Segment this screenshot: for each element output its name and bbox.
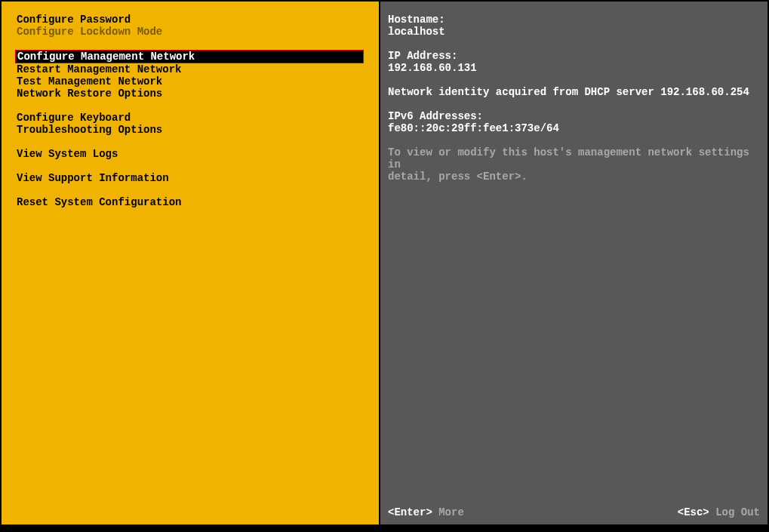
esc-label: Log Out: [715, 506, 760, 518]
menu-selected-highlight: Configure Management Network: [15, 50, 364, 63]
enter-label: More: [438, 506, 464, 518]
menu-view-system-logs[interactable]: View System Logs: [17, 148, 379, 160]
ip-label: IP Address:: [388, 50, 760, 62]
menu-reset-system-configuration[interactable]: Reset System Configuration: [17, 196, 379, 208]
menu-restart-management-network[interactable]: Restart Management Network: [17, 63, 379, 75]
menu-network-restore-options[interactable]: Network Restore Options: [17, 88, 379, 100]
main-menu-continued: Restart Management Network Test Manageme…: [2, 63, 379, 208]
footer-esc[interactable]: <Esc> Log Out: [678, 506, 760, 518]
menu-test-management-network[interactable]: Test Management Network: [17, 75, 379, 88]
menu-view-support-information[interactable]: View Support Information: [17, 172, 379, 184]
hint-line1: To view or modify this host's management…: [388, 146, 760, 171]
menu-configure-keyboard[interactable]: Configure Keyboard: [17, 112, 379, 124]
menu-spacer: [17, 100, 379, 112]
hint-line2: detail, press <Enter>.: [388, 171, 760, 183]
hostname-label: Hostname:: [388, 14, 760, 26]
menu-spacer: [17, 184, 379, 196]
hostname-value: localhost: [388, 26, 760, 38]
enter-key: <Enter>: [388, 506, 432, 518]
main-menu: Configure Password Configure Lockdown Mo…: [2, 14, 379, 50]
footer-bar: <Enter> More <Esc> Log Out: [380, 506, 767, 518]
menu-configure-management-network[interactable]: Configure Management Network: [16, 51, 363, 63]
blank-line: [388, 38, 760, 50]
menu-configure-lockdown-mode[interactable]: Configure Lockdown Mode: [17, 26, 379, 38]
menu-pane: Configure Password Configure Lockdown Mo…: [2, 2, 379, 524]
footer-enter[interactable]: <Enter> More: [388, 506, 464, 518]
menu-spacer: [17, 38, 379, 50]
blank-line: [388, 98, 760, 110]
details-pane: Hostname: localhost IP Address: 192.168.…: [379, 2, 767, 524]
esc-key: <Esc>: [678, 506, 709, 518]
blank-line: [388, 74, 760, 86]
menu-spacer: [17, 136, 379, 148]
ipv6-value: fe80::20c:29ff:fee1:373e/64: [388, 122, 760, 134]
menu-troubleshooting-options[interactable]: Troubleshooting Options: [17, 124, 379, 136]
menu-configure-password[interactable]: Configure Password: [17, 14, 379, 26]
ip-value: 192.168.60.131: [388, 62, 760, 74]
dhcp-line: Network identity acquired from DHCP serv…: [388, 86, 760, 98]
menu-spacer: [17, 160, 379, 172]
dcui-screen: Configure Password Configure Lockdown Mo…: [0, 0, 769, 528]
blank-line: [388, 134, 760, 146]
ipv6-label: IPv6 Addresses:: [388, 110, 760, 122]
